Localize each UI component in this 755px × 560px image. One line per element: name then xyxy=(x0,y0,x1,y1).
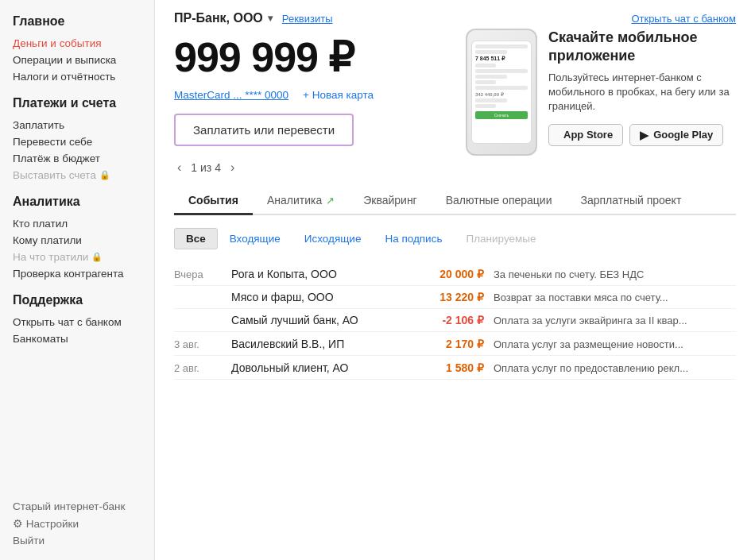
new-card-link[interactable]: + Новая карта xyxy=(303,89,374,101)
table-row[interactable]: 3 авг.Василевский В.В., ИП2 170 ₽Оплата … xyxy=(174,332,736,356)
main-tabs: СобытияАналитика↗ЭквайрингВалютные опера… xyxy=(174,187,736,215)
sidebar-item[interactable]: Кому платили xyxy=(13,232,154,249)
table-row[interactable]: Мясо и фарш, ООО13 220 ₽Возврат за поста… xyxy=(174,286,736,309)
sidebar-item[interactable]: Проверка контрагента xyxy=(13,265,154,282)
trend-icon: ↗ xyxy=(326,195,335,207)
trans-description: Оплата услуг за размещение новости... xyxy=(494,338,736,350)
trans-name: Довольный клиент, АО xyxy=(231,361,422,374)
trans-name: Мясо и фарш, ООО xyxy=(231,291,422,303)
sidebar-item[interactable]: Заплатить xyxy=(13,117,154,133)
filter-tab[interactable]: На подпись xyxy=(373,228,454,249)
main-tab[interactable]: Зарплатный проект xyxy=(567,187,696,215)
main-tab[interactable]: Валютные операции xyxy=(432,187,567,215)
transactions-list: ВчераРога и Копыта, ООО20 000 ₽За печень… xyxy=(174,262,736,380)
filter-tab[interactable]: Исходящие xyxy=(292,228,374,249)
sidebar-item[interactable]: Деньги и события xyxy=(13,35,154,52)
google-play-icon: ▶ xyxy=(640,129,649,141)
trans-date xyxy=(174,322,231,324)
trans-name: Василевский В.В., ИП xyxy=(231,338,422,350)
sidebar-item[interactable]: Перевести себе xyxy=(13,133,154,150)
pagination-next[interactable]: › xyxy=(227,160,238,175)
sidebar: ГлавноеДеньги и событияОперации и выписк… xyxy=(0,0,155,560)
bank-header: ПР-Банк, ООО ▾ Реквизиты Открыть чат с б… xyxy=(174,11,736,25)
main-content: ПР-Банк, ООО ▾ Реквизиты Открыть чат с б… xyxy=(155,0,755,560)
trans-name: Рога и Копыта, ООО xyxy=(231,268,422,280)
trans-amount: 13 220 ₽ xyxy=(422,291,494,303)
trans-description: Возврат за поставки мяса по счету... xyxy=(494,292,736,303)
pagination-info: 1 из 4 xyxy=(191,161,221,174)
trans-description: За печеньки по счету. БЕЗ НДС xyxy=(494,268,736,280)
card-link[interactable]: MasterCard ... **** 0000 xyxy=(174,89,288,101)
requisites-link[interactable]: Реквизиты xyxy=(282,13,333,25)
sidebar-item[interactable]: Банкоматы xyxy=(13,330,154,347)
app-store-button[interactable]: App Store xyxy=(548,124,623,146)
sidebar-item: Выставить счета 🔒 xyxy=(13,167,154,183)
bank-dropdown-arrow[interactable]: ▾ xyxy=(268,13,273,24)
trans-description: Оплата за услуги эквайринга за II квар..… xyxy=(494,315,736,326)
trans-description: Оплата услуг по предоставлению рекл... xyxy=(494,362,736,374)
left-section: 999 999 ₽ MasterCard ... **** 0000 + Нов… xyxy=(174,29,466,187)
open-chat-link[interactable]: Открыть чат с банком xyxy=(631,13,736,25)
trans-amount: -2 106 ₽ xyxy=(422,314,494,326)
sidebar-item[interactable]: Платёж в бюджет xyxy=(13,150,154,167)
sidebar-bottom-item[interactable]: Старый интернет-банк xyxy=(13,498,154,515)
table-row[interactable]: ВчераРога и Копыта, ООО20 000 ₽За печень… xyxy=(174,262,736,286)
filter-tab[interactable]: Входящие xyxy=(218,228,292,249)
sidebar-item: На что тратили 🔒 xyxy=(13,249,154,265)
pagination-prev[interactable]: ‹ xyxy=(174,160,184,175)
bank-name: ПР-Банк, ООО ▾ xyxy=(174,11,273,25)
pagination: ‹ 1 из 4 › xyxy=(174,160,466,175)
pay-button[interactable]: Заплатить или перевести xyxy=(174,114,354,146)
sidebar-bottom-item[interactable]: ⚙ Настройки xyxy=(13,515,154,532)
promo-section: 7 845 511 ₽ 342 440,00 ₽ Скачать Скачайт… xyxy=(466,29,736,187)
sidebar-section-title: Главное xyxy=(13,14,154,29)
promo-description: Пользуйтесь интернет-банком с мобильного… xyxy=(548,71,736,114)
main-tab[interactable]: События xyxy=(174,187,253,215)
sidebar-item[interactable]: Открыть чат с банком xyxy=(13,314,154,330)
main-tab[interactable]: Аналитика↗ xyxy=(253,187,349,215)
filter-tab[interactable]: Все xyxy=(174,228,218,249)
lock-icon: 🔒 xyxy=(99,170,110,180)
sidebar-section-title: Платежи и счета xyxy=(13,96,154,110)
trans-date xyxy=(174,299,231,301)
sidebar-item[interactable]: Налоги и отчётность xyxy=(13,68,154,85)
sidebar-section-title: Поддержка xyxy=(13,293,154,307)
trans-date: Вчера xyxy=(174,267,231,280)
promo-text: Скачайте мобильное приложение Пользуйтес… xyxy=(548,29,736,146)
sidebar-section-title: Аналитика xyxy=(13,195,154,209)
google-play-button[interactable]: ▶ Google Play xyxy=(629,124,723,146)
main-tab[interactable]: Эквайринг xyxy=(349,187,432,215)
sidebar-item[interactable]: Кто платил xyxy=(13,215,154,232)
trans-amount: 2 170 ₽ xyxy=(422,338,494,350)
lock-icon: 🔒 xyxy=(91,252,103,262)
balance-amount: 999 999 ₽ xyxy=(174,33,466,81)
phone-screen: 7 845 511 ₽ 342 440,00 ₽ Скачать xyxy=(471,41,532,144)
filter-tab: Планируемые xyxy=(454,228,548,249)
trans-amount: 1 580 ₽ xyxy=(422,361,494,374)
trans-name: Самый лучший банк, АО xyxy=(231,314,422,326)
filter-tabs: ВсеВходящиеИсходящиеНа подписьПланируемы… xyxy=(174,228,736,249)
phone-mockup: 7 845 511 ₽ 342 440,00 ₽ Скачать xyxy=(466,29,537,156)
sidebar-bottom-item[interactable]: Выйти xyxy=(13,532,154,549)
trans-amount: 20 000 ₽ xyxy=(422,268,494,280)
trans-date: 3 авг. xyxy=(174,337,231,350)
promo-title: Скачайте мобильное приложение xyxy=(548,29,736,64)
trans-date: 2 авг. xyxy=(174,361,231,374)
sidebar-item[interactable]: Операции и выписка xyxy=(13,52,154,68)
store-buttons: App Store ▶ Google Play xyxy=(548,124,736,146)
table-row[interactable]: 2 авг.Довольный клиент, АО1 580 ₽Оплата … xyxy=(174,356,736,380)
card-row: MasterCard ... **** 0000 + Новая карта xyxy=(174,89,466,101)
top-area: 999 999 ₽ MasterCard ... **** 0000 + Нов… xyxy=(174,29,736,187)
table-row[interactable]: Самый лучший банк, АО-2 106 ₽Оплата за у… xyxy=(174,309,736,332)
